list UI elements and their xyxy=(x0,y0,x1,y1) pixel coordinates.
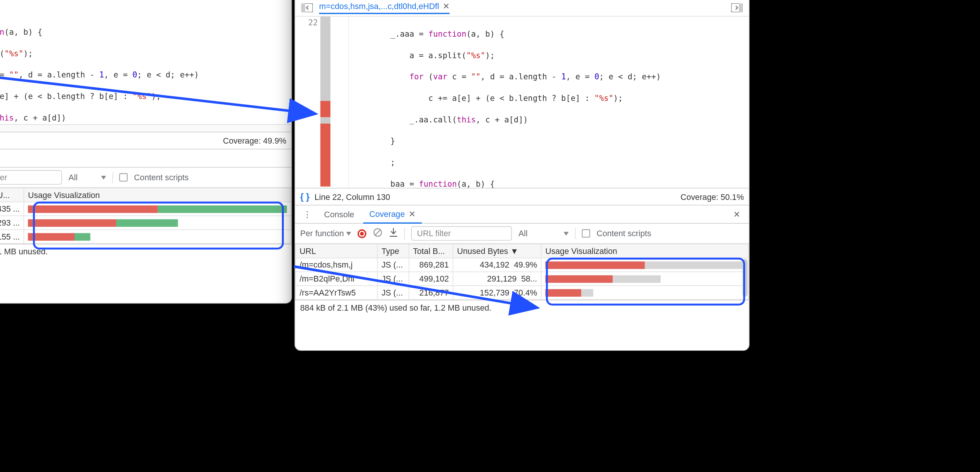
coverage-toolbar: Per function URL filter All Content scri… xyxy=(0,168,291,188)
toggle-navigator-icon[interactable] xyxy=(299,0,315,16)
coverage-gutter xyxy=(320,17,331,188)
export-icon[interactable] xyxy=(389,228,398,239)
file-tab-label: m=cdos,hsm,jsa,...c,dtl0hd,eHDfl xyxy=(319,1,439,11)
col-unused[interactable]: Unused Bytes ▼ xyxy=(453,244,541,258)
toggle-debugger-icon[interactable] xyxy=(729,0,745,16)
table-row[interactable]: /m=B2qlPe,DhlJS (...499,102291,129 58... xyxy=(296,272,749,286)
table-row[interactable]: /m=cdos,hsm,jJS (...869,281434,192 49.9% xyxy=(296,258,749,272)
col-url[interactable]: URL xyxy=(296,244,378,258)
code-editor[interactable]: 22 ; _.aaa = function(a, b) { a = a.spli… xyxy=(0,0,291,124)
col-type[interactable]: Type xyxy=(377,244,409,258)
coverage-summary: 846 kB of 1.9 MB (44%) used so far, 1.1 … xyxy=(0,244,291,259)
devtools-window-left: DevTools - www.google.com/ Elements Cons… xyxy=(0,0,292,303)
status-bar: { } Line 22, Column 130 Coverage: 50.1% xyxy=(295,188,749,205)
drawer-tabs: ⋮ Console Coverage ✕ ✕ xyxy=(295,205,749,224)
drawer-tab-coverage[interactable]: Coverage ✕ xyxy=(363,206,422,223)
coverage-type-dropdown[interactable]: Per function xyxy=(300,229,352,238)
code-editor[interactable]: 22 _.aaa = function(a, b) { a = a.split(… xyxy=(295,17,749,188)
cursor-position: Line 22, Column 130 xyxy=(315,192,390,201)
url-filter-input[interactable]: URL filter xyxy=(411,226,512,241)
record-icon[interactable] xyxy=(358,229,367,238)
table-row[interactable]: /m=cdos,hsJS (...869 281435 ... xyxy=(0,202,291,216)
url-filter-input[interactable]: URL filter xyxy=(0,170,62,184)
close-tab-icon[interactable]: ✕ xyxy=(443,1,450,11)
code-content: _.aaa = function(a, b) { a = a.split("%s… xyxy=(348,17,661,188)
col-usage[interactable]: Usage Visualization xyxy=(541,244,748,258)
coverage-toolbar: Per function URL filter All Content scri… xyxy=(295,224,749,244)
table-row[interactable]: /rs=AA2YrTJS (...216 877155 ... xyxy=(0,230,291,244)
type-filter-dropdown[interactable]: All xyxy=(68,173,106,182)
coverage-table: URL Type Total B... Unused Bytes ▼ Usage… xyxy=(295,244,749,300)
clear-icon[interactable] xyxy=(373,228,383,239)
close-drawer-icon[interactable]: ✕ xyxy=(729,206,745,222)
svg-line-19 xyxy=(375,230,380,235)
svg-rect-15 xyxy=(302,3,305,12)
vertical-scrollbar[interactable] xyxy=(743,259,748,297)
file-tab[interactable]: m=cdos,hsm,jsa,...c,dtl0hd,eHDfl ✕ xyxy=(319,1,450,14)
svg-rect-17 xyxy=(739,3,743,12)
coverage-summary: 884 kB of 2.1 MB (43%) used so far, 1.2 … xyxy=(295,300,749,315)
coverage-percent: Coverage: 50.1% xyxy=(681,192,744,201)
col-unused[interactable]: U... xyxy=(0,188,24,202)
table-row[interactable]: /rs=AA2YrTsw5JS (...216,877152,739 70.4% xyxy=(296,286,749,300)
horizontal-scrollbar[interactable] xyxy=(0,124,291,132)
drawer-tabs: ⋮ Console Coverage ✕ xyxy=(0,149,291,168)
content-scripts-checkbox[interactable] xyxy=(119,173,128,182)
line-number: 22 xyxy=(295,17,320,188)
coverage-percent: Coverage: 49.9% xyxy=(223,136,286,146)
pretty-print-icon[interactable]: { } xyxy=(300,192,310,202)
col-total[interactable]: Total B... xyxy=(409,244,453,258)
file-tab-row: m=cdos,hsm,jsa,...c,dtl0hd,eHDfl ✕ xyxy=(295,0,749,17)
content-scripts-checkbox[interactable] xyxy=(582,230,590,238)
drawer-tab-console[interactable]: Console xyxy=(318,206,361,223)
close-drawer-tab-icon[interactable]: ✕ xyxy=(409,209,415,219)
code-content: ; _.aaa = function(a, b) { a = a.split("… xyxy=(0,0,199,124)
content-scripts-label: Content scripts xyxy=(134,173,188,182)
table-row[interactable]: /m=B2qlPe,JS (...498 764293 ... xyxy=(0,216,291,230)
coverage-table: URL Type Total B... U... Usage Visualiza… xyxy=(0,188,291,244)
col-usage[interactable]: Usage Visualization xyxy=(24,188,291,202)
status-bar: { } Line 22, Column 129 Coverage: 49.9% xyxy=(0,132,291,149)
devtools-window-right: DevTools - www.google.com/ Elements Cons… xyxy=(294,0,749,351)
type-filter-dropdown[interactable]: All xyxy=(519,229,569,238)
content-scripts-label: Content scripts xyxy=(597,229,651,238)
drawer-more-icon[interactable]: ⋮ xyxy=(299,206,315,222)
